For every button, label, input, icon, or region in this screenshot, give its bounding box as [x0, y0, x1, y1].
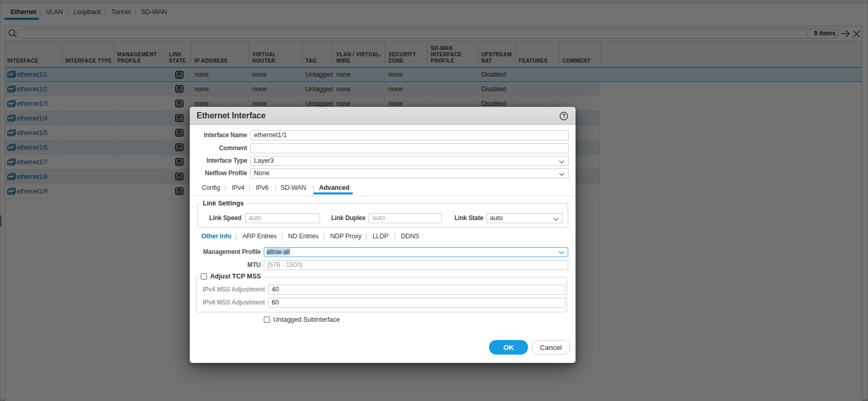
svg-text:?: ? [562, 113, 565, 119]
